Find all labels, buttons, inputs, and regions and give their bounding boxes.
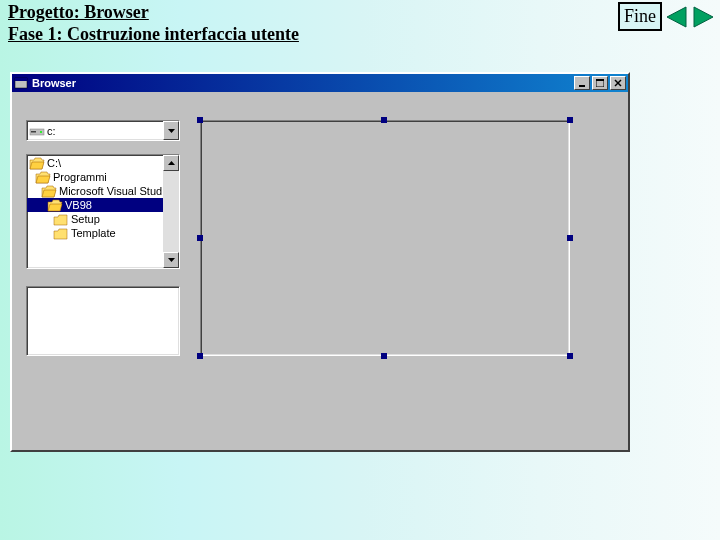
directory-item[interactable]: VB98	[27, 198, 163, 212]
svg-rect-6	[596, 79, 604, 81]
directory-listbox[interactable]: C:\ProgrammiMicrosoft Visual StudVB98Set…	[26, 154, 180, 269]
directory-item[interactable]: Setup	[27, 212, 163, 226]
vb-form-window: Browser c: C:\ProgrammiMicrosoft Visual …	[10, 72, 630, 452]
directory-item-label: VB98	[65, 199, 92, 211]
top-nav: Fine	[618, 2, 718, 31]
phase-title: Fase 1: Costruzione interfaccia utente	[8, 24, 299, 46]
svg-marker-14	[30, 162, 44, 169]
resize-handle[interactable]	[567, 353, 573, 359]
resize-handle[interactable]	[197, 117, 203, 123]
directory-item[interactable]: Microsoft Visual Stud	[27, 184, 163, 198]
image-control[interactable]	[200, 120, 570, 356]
folder-open-icon	[29, 157, 45, 170]
folder-icon	[53, 213, 69, 226]
resize-handle[interactable]	[197, 353, 203, 359]
directory-item-label: C:\	[47, 157, 61, 169]
scrollbar[interactable]	[163, 155, 179, 268]
file-listbox[interactable]	[26, 286, 180, 356]
close-button[interactable]	[610, 76, 626, 90]
svg-marker-0	[667, 7, 686, 27]
svg-rect-10	[31, 131, 36, 133]
svg-point-11	[40, 131, 42, 133]
svg-marker-16	[36, 176, 50, 183]
svg-marker-18	[42, 190, 56, 197]
directory-item[interactable]: C:\	[27, 156, 163, 170]
svg-marker-24	[168, 258, 175, 262]
svg-marker-22	[54, 229, 67, 239]
minimize-button[interactable]	[574, 76, 590, 90]
directory-item-label: Programmi	[53, 171, 107, 183]
next-arrow-icon[interactable]	[690, 4, 718, 30]
svg-rect-4	[579, 85, 585, 87]
slide-header: Progetto: Browser Fase 1: Costruzione in…	[8, 2, 299, 45]
folder-open-icon	[41, 185, 57, 198]
directory-item[interactable]: Template	[27, 226, 163, 240]
form-icon	[14, 76, 28, 90]
directory-item-label: Setup	[71, 213, 100, 225]
dropdown-button[interactable]	[163, 121, 179, 140]
svg-marker-20	[48, 204, 62, 211]
svg-marker-12	[168, 129, 175, 133]
prev-arrow-icon[interactable]	[662, 4, 690, 30]
directory-item-label: Microsoft Visual Stud	[59, 185, 162, 197]
directory-item[interactable]: Programmi	[27, 170, 163, 184]
maximize-button[interactable]	[592, 76, 608, 90]
resize-handle[interactable]	[381, 117, 387, 123]
folder-open-icon	[35, 171, 51, 184]
end-button[interactable]: Fine	[618, 2, 662, 31]
scroll-down-button[interactable]	[163, 252, 179, 268]
chevron-down-icon	[168, 129, 175, 133]
window-controls	[572, 76, 626, 90]
folder-icon	[53, 227, 69, 240]
project-title: Progetto: Browser	[8, 2, 299, 24]
titlebar[interactable]: Browser	[12, 74, 628, 92]
svg-marker-21	[54, 215, 67, 225]
directory-item-label: Template	[71, 227, 116, 239]
resize-handle[interactable]	[381, 353, 387, 359]
resize-handle[interactable]	[567, 117, 573, 123]
svg-rect-3	[15, 78, 27, 81]
resize-handle[interactable]	[567, 235, 573, 241]
scroll-track[interactable]	[163, 171, 179, 252]
window-title: Browser	[32, 77, 572, 89]
svg-marker-23	[168, 161, 175, 165]
form-area[interactable]: c: C:\ProgrammiMicrosoft Visual StudVB98…	[12, 92, 628, 450]
drive-icon	[29, 125, 45, 137]
resize-handle[interactable]	[197, 235, 203, 241]
svg-marker-1	[694, 7, 713, 27]
folder-open-icon	[47, 199, 63, 212]
scroll-up-button[interactable]	[163, 155, 179, 171]
drive-combobox[interactable]: c:	[26, 120, 180, 141]
